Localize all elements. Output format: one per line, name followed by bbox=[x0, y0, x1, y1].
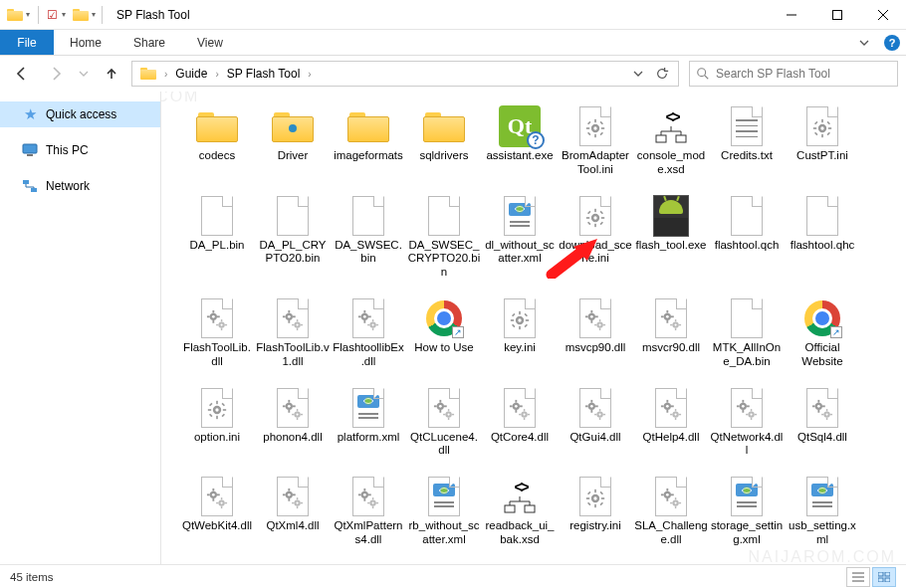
help-button[interactable]: ? bbox=[878, 30, 906, 55]
folder-icon[interactable] bbox=[6, 6, 24, 24]
qat-dropdown-icon[interactable]: ▾ bbox=[92, 10, 96, 19]
gear1-icon bbox=[193, 387, 241, 429]
file-item[interactable]: platform.xml bbox=[331, 383, 406, 463]
file-item[interactable]: flashtool.qch bbox=[709, 191, 785, 284]
file-item[interactable]: storage_setting.xml bbox=[709, 472, 785, 551]
svg-point-46 bbox=[593, 216, 596, 219]
file-label: QtXmlPatterns4.dll bbox=[332, 519, 405, 547]
file-item[interactable]: DA_PL_CRYPTO20.bin bbox=[255, 191, 331, 284]
forward-button[interactable] bbox=[42, 60, 70, 88]
file-item[interactable]: QtGui4.dll bbox=[558, 383, 633, 463]
file-item[interactable]: < >readback_ui_bak.xsd bbox=[482, 472, 558, 551]
svg-rect-118 bbox=[216, 400, 218, 403]
file-item[interactable]: registry.ini bbox=[558, 472, 633, 551]
file-item[interactable]: FlashtoollibEx.dll bbox=[331, 294, 406, 373]
nav-this-pc[interactable]: This PC bbox=[0, 137, 160, 163]
refresh-button[interactable] bbox=[650, 62, 674, 86]
file-item[interactable]: Credits.txt bbox=[709, 101, 785, 181]
recent-locations-icon[interactable] bbox=[76, 60, 92, 88]
txt-icon bbox=[723, 105, 771, 147]
file-item[interactable]: msvcp90.dll bbox=[558, 294, 633, 373]
svg-rect-111 bbox=[675, 319, 676, 321]
file-content-area[interactable]: NAIJAROM.COM codecsDriverimageformatssql… bbox=[161, 92, 906, 564]
view-tab[interactable]: View bbox=[181, 30, 239, 55]
file-item[interactable]: codecs bbox=[179, 101, 255, 181]
file-item[interactable]: QtWebKit4.dll bbox=[179, 472, 255, 551]
file-item[interactable]: msvcr90.dll bbox=[633, 294, 709, 373]
file-item[interactable]: FlashToolLib.v1.dll bbox=[255, 294, 331, 373]
details-view-button[interactable] bbox=[846, 567, 870, 587]
up-button[interactable] bbox=[98, 60, 125, 88]
file-item[interactable]: imageformats bbox=[331, 101, 406, 181]
file-item[interactable]: phonon4.dll bbox=[255, 383, 331, 463]
search-box[interactable] bbox=[689, 61, 898, 87]
maximize-button[interactable] bbox=[814, 0, 860, 30]
file-label: flashtool.qch bbox=[710, 239, 784, 253]
file-item[interactable]: QtCore4.dll bbox=[482, 383, 558, 463]
file-item[interactable]: sqldrivers bbox=[406, 101, 482, 181]
qat-dropdown-icon[interactable]: ▾ bbox=[26, 10, 30, 19]
file-item[interactable]: CustPT.ini bbox=[785, 101, 860, 181]
file-item[interactable]: rb_without_scatter.xml bbox=[406, 472, 482, 551]
chevron-right-icon[interactable]: › bbox=[213, 69, 220, 80]
file-item[interactable]: flash_tool.exe bbox=[633, 191, 709, 284]
qat-dropdown-icon[interactable]: ▾ bbox=[62, 10, 66, 19]
xsd-icon: < > bbox=[647, 105, 695, 147]
file-label: QtCore4.dll bbox=[483, 431, 557, 445]
home-tab[interactable]: Home bbox=[54, 30, 117, 55]
svg-point-116 bbox=[674, 323, 676, 325]
file-label: SLA_Challenge.dll bbox=[634, 519, 708, 547]
svg-rect-72 bbox=[363, 310, 365, 313]
file-item[interactable]: dl_without_scatter.xml bbox=[482, 191, 558, 284]
address-box[interactable]: › Guide › SP Flash Tool › bbox=[131, 61, 679, 87]
folder-icon[interactable] bbox=[136, 62, 160, 86]
properties-icon[interactable]: ☑ bbox=[47, 8, 58, 22]
icons-view-button[interactable] bbox=[872, 567, 896, 587]
file-item[interactable]: QtNetwork4.dll bbox=[709, 383, 785, 463]
minimize-button[interactable] bbox=[769, 0, 814, 30]
file-item[interactable]: MTK_AllInOne_DA.bin bbox=[709, 294, 785, 373]
close-button[interactable] bbox=[860, 0, 906, 30]
file-item[interactable]: ↗Official Website bbox=[785, 294, 860, 373]
nav-network[interactable]: Network bbox=[0, 173, 160, 199]
file-item[interactable]: download_scene.ini bbox=[558, 191, 633, 284]
svg-rect-123 bbox=[221, 413, 225, 417]
chevron-right-icon[interactable]: › bbox=[306, 69, 313, 80]
file-item[interactable]: Driver bbox=[255, 101, 331, 181]
folder-icon[interactable] bbox=[72, 6, 90, 24]
search-input[interactable] bbox=[716, 67, 891, 81]
file-item[interactable]: QtHelp4.dll bbox=[633, 383, 709, 463]
address-bar: › Guide › SP Flash Tool › bbox=[0, 56, 906, 92]
svg-rect-208 bbox=[821, 413, 823, 414]
file-item[interactable]: DA_SWSEC.bin bbox=[331, 191, 406, 284]
svg-point-137 bbox=[288, 405, 291, 408]
file-item[interactable]: QtCLucene4.dll bbox=[406, 383, 482, 463]
file-item[interactable]: Qt?assistant.exe bbox=[482, 101, 558, 181]
dropdown-icon[interactable] bbox=[626, 62, 650, 86]
file-item[interactable]: QtSql4.dll bbox=[785, 383, 860, 463]
file-tab[interactable]: File bbox=[0, 30, 54, 55]
expand-ribbon-icon[interactable] bbox=[850, 30, 878, 55]
svg-rect-194 bbox=[751, 409, 752, 411]
file-item[interactable]: SLA_Challenge.dll bbox=[633, 472, 709, 551]
file-item[interactable]: key.ini bbox=[482, 294, 558, 373]
chevron-right-icon[interactable]: › bbox=[162, 69, 169, 80]
svg-rect-77 bbox=[372, 319, 373, 321]
share-tab[interactable]: Share bbox=[117, 30, 181, 55]
file-item[interactable]: BromAdapterTool.ini bbox=[558, 101, 633, 181]
file-item[interactable]: QtXmlPatterns4.dll bbox=[331, 472, 406, 551]
svg-point-187 bbox=[674, 413, 676, 415]
file-item[interactable]: ↗How to Use bbox=[406, 294, 482, 373]
file-item[interactable]: DA_PL.bin bbox=[179, 191, 255, 284]
file-item[interactable]: usb_setting.xml bbox=[785, 472, 860, 551]
file-item[interactable]: flashtool.qhc bbox=[785, 191, 860, 284]
file-label: download_scene.ini bbox=[559, 239, 632, 267]
file-item[interactable]: QtXml4.dll bbox=[255, 472, 331, 551]
file-item[interactable]: < >console_mode.xsd bbox=[633, 101, 709, 181]
back-button[interactable] bbox=[8, 60, 36, 88]
svg-point-115 bbox=[666, 315, 669, 318]
nav-quick-access[interactable]: ★ Quick access bbox=[0, 101, 160, 127]
file-item[interactable]: option.ini bbox=[179, 383, 255, 463]
file-item[interactable]: FlashToolLib.dll bbox=[179, 294, 255, 373]
file-item[interactable]: DA_SWSEC_CRYPTO20.bin bbox=[406, 191, 482, 284]
